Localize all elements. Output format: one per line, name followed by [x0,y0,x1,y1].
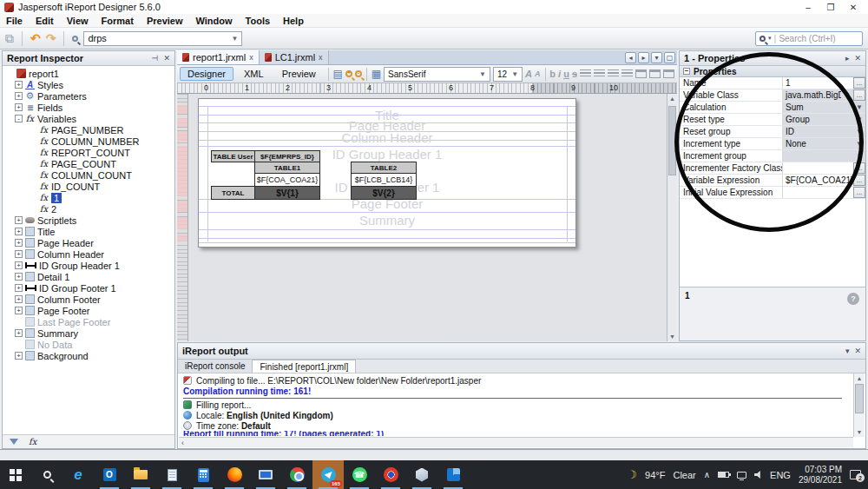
variable-v2[interactable]: $V{2} [351,186,417,200]
underline-icon[interactable]: u [563,69,569,79]
console-vertical-scrollbar[interactable]: ▲▼ [853,373,865,437]
tree-item-no-data[interactable]: No Data [3,339,174,350]
align-left-icon[interactable] [580,69,591,78]
ellipsis-button[interactable]: ... [853,162,865,174]
collapse-icon[interactable]: − [683,68,690,75]
variable-v1[interactable]: $V{1} [254,186,320,200]
paste-icon[interactable]: ⧉ [5,32,14,44]
filter-fx-icon[interactable]: fx [29,437,36,446]
battery-icon[interactable] [718,472,729,478]
close-icon[interactable]: ✕ [854,347,861,355]
browser-red-icon[interactable] [375,460,406,489]
tree-item-column-header-band[interactable]: +Column Header [3,248,174,260]
cube-app-icon[interactable] [406,460,437,489]
calculator-icon[interactable] [187,460,219,489]
tree-item-variables[interactable]: -fxVariables [3,113,174,124]
tab-ireport-console[interactable]: iReport console [178,360,253,373]
undo-icon[interactable]: ↶ [30,32,41,44]
chevron-down-icon[interactable]: ▼ [853,126,865,137]
chevron-down-icon[interactable]: ▼ [853,102,865,113]
minimize-window-icon[interactable]: ▾ [845,347,850,355]
network-icon[interactable] [737,472,746,479]
field-emprps-id[interactable]: $F{EMPRPS_ID} [254,150,320,162]
tree-item-parameters[interactable]: +⚙Parameters [3,90,174,102]
field-lcb-lcb14[interactable]: $F{LCB_LCB14} [351,173,417,187]
tree-item-last-page-footer[interactable]: Last Page Footer [3,316,174,327]
ellipsis-button[interactable]: ... [853,89,865,101]
expand-toggle[interactable]: + [15,92,23,100]
scroll-right-icon[interactable]: ▸ [638,52,649,63]
menu-preview[interactable]: Preview [147,16,183,26]
preview-run-icon[interactable] [72,36,78,42]
tree-item-fields[interactable]: +≣Fields [3,102,174,113]
tab-lc1[interactable]: LC1.jrxml x [260,50,329,64]
zoom-in-icon[interactable]: + [345,70,352,77]
align-justify-icon[interactable] [621,69,633,78]
whatsapp-icon[interactable]: ☎ [344,460,375,489]
console-link[interactable]: Compilation running time: 161! [183,387,311,396]
weather-moon-icon[interactable]: ☾ [627,468,637,481]
tree-item-column-number[interactable]: fxCOLUMN_NUMBER [3,135,174,147]
static-text-table1[interactable]: TABLE1 [254,162,320,174]
internet-explorer-icon[interactable]: e [62,460,94,489]
ellipsis-button[interactable]: ... [853,187,865,198]
tree-item-scriptlets[interactable]: +Scriptlets [3,215,174,226]
dock-icon[interactable]: ▸ [845,54,850,63]
firefox-icon[interactable] [219,460,250,489]
outlook-icon[interactable]: O [94,460,125,489]
expand-toggle[interactable] [6,69,14,77]
tree-item-page-count[interactable]: fxPAGE_COUNT [3,158,174,169]
view-preview-button[interactable]: Preview [274,67,324,81]
properties-group-header[interactable]: − Properties [680,66,865,77]
dock-icon[interactable]: ⊣ [152,54,159,63]
search-chevron-icon[interactable]: ▾ [768,35,772,42]
tree-item-page-number[interactable]: fxPAGE_NUMBER [3,124,174,135]
variable-expression-field[interactable]: $F{COA_COA21} [782,175,853,186]
search-input[interactable]: ▾ | Search (Ctrl+I) [755,31,863,46]
volume-icon[interactable] [754,471,762,479]
file-explorer-icon[interactable] [125,460,156,489]
expand-toggle[interactable]: - [15,115,23,122]
expand-toggle[interactable]: + [15,261,23,269]
name-field[interactable]: 1 [782,77,853,89]
chevron-down-icon[interactable]: ▼ [853,114,865,125]
static-text-total[interactable]: TOTAL [211,186,255,200]
minimize-button[interactable]: – [798,3,819,12]
static-text-table-user[interactable]: TABLE User [211,150,255,162]
chevron-down-icon[interactable]: ▼ [841,89,853,101]
menu-tools[interactable]: Tools [246,16,271,26]
notepad-icon[interactable] [156,460,187,489]
align-center-icon[interactable] [594,69,605,78]
start-button[interactable] [0,460,31,489]
scroll-left-icon[interactable]: ◂ [625,52,636,63]
view-xml-button[interactable]: XML [236,67,272,81]
menu-view[interactable]: View [67,16,89,26]
expand-toggle[interactable]: + [15,228,23,235]
strikethrough-icon[interactable]: s [572,69,577,79]
maximize-editor-icon[interactable]: ▢ [664,52,675,63]
help-icon[interactable]: ? [847,293,859,305]
tree-item-column-count[interactable]: fxCOLUMN_COUNT [3,169,174,181]
grow-font-icon[interactable]: A [525,69,532,79]
tree-item-id-count[interactable]: fxID_COUNT [3,181,174,192]
remote-desktop-icon[interactable] [250,460,281,489]
reset-group-select[interactable]: ID [782,126,853,137]
design-canvas[interactable]: Title Page Header Column Header ID Group… [177,94,677,341]
expand-toggle[interactable]: + [15,352,23,360]
report-page[interactable]: Title Page Header Column Header ID Group… [198,98,576,248]
expand-toggle[interactable]: + [15,284,23,292]
language-indicator[interactable]: ENG [770,470,791,480]
tree-item-page-header-band[interactable]: +Page Header [3,237,174,248]
taskbar-search-icon[interactable] [31,460,62,489]
expand-toggle[interactable]: + [15,81,23,89]
blue-app-icon[interactable] [437,460,469,489]
redo-icon[interactable]: ↷ [46,32,56,44]
view-designer-button[interactable]: Designer [180,67,233,81]
static-text-table2[interactable]: TABLE2 [351,162,417,174]
font-family-combobox[interactable]: SansSerif▼ [384,67,490,82]
tab-report1[interactable]: report1.jrxml x [177,50,260,64]
expand-toggle[interactable]: + [15,103,23,111]
menu-format[interactable]: Format [102,16,134,26]
menu-help[interactable]: Help [283,16,304,26]
ellipsis-button[interactable]: ... [853,175,865,186]
